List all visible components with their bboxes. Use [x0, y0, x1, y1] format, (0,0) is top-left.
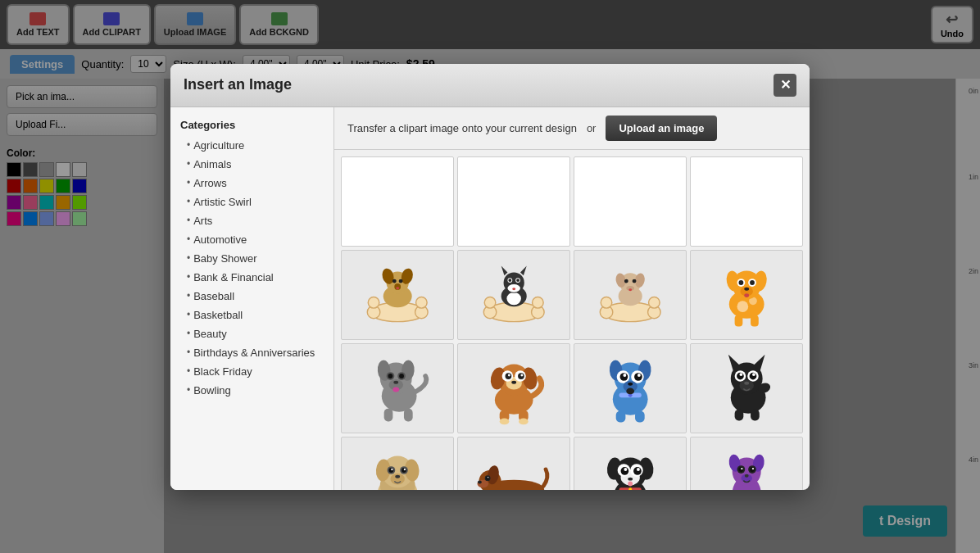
clipart-item-13[interactable]	[457, 437, 570, 490]
clipart-item-5[interactable]	[457, 250, 570, 340]
clipart-item-14[interactable]	[574, 437, 687, 490]
svg-rect-117	[751, 410, 760, 421]
category-arrows[interactable]: Arrows	[170, 174, 333, 193]
svg-point-54	[744, 293, 749, 297]
clipart-item-9[interactable]	[457, 343, 570, 433]
svg-rect-116	[734, 410, 743, 421]
modal-close-button[interactable]: ✕	[774, 74, 796, 97]
svg-point-84	[499, 418, 509, 424]
dog-svg-yorkie-bone	[347, 255, 447, 334]
svg-rect-55	[734, 315, 742, 327]
svg-point-85	[519, 418, 529, 424]
dog-svg-puppy-bone	[580, 255, 680, 334]
svg-point-129	[404, 469, 406, 470]
category-black-friday[interactable]: Black Friday	[170, 362, 333, 381]
clipart-item-10[interactable]	[574, 343, 687, 433]
clipart-item-1[interactable]	[457, 156, 570, 247]
category-agriculture[interactable]: Agriculture	[170, 136, 333, 155]
clipart-item-8[interactable]	[341, 343, 454, 433]
category-baseball[interactable]: Baseball	[170, 287, 333, 306]
svg-rect-102	[635, 411, 645, 423]
svg-point-10	[398, 279, 402, 283]
svg-point-43	[737, 301, 748, 312]
clipart-item-11[interactable]	[690, 343, 803, 433]
dog-svg-gray-standing	[347, 348, 447, 428]
svg-point-100	[626, 388, 634, 395]
modal-content-area: Transfer a clipart image onto your curre…	[334, 107, 810, 490]
svg-point-16	[484, 297, 496, 308]
clipart-item-3[interactable]	[690, 156, 803, 247]
svg-rect-56	[751, 315, 759, 327]
category-bank-financial[interactable]: Bank & Financial	[170, 268, 333, 287]
svg-point-39	[632, 279, 636, 283]
svg-point-95	[637, 374, 641, 377]
svg-point-140	[488, 477, 489, 478]
clipart-item-0[interactable]	[341, 156, 454, 247]
modal-overlay: Insert an Image ✕ Categories Agriculture…	[0, 0, 980, 553]
modal-title: Insert an Image	[184, 76, 292, 93]
image-grid	[341, 156, 803, 490]
dog-svg-blue-cartoon	[580, 348, 680, 428]
svg-point-32	[601, 297, 612, 308]
clipart-item-2[interactable]	[574, 156, 687, 247]
content-header: Transfer a clipart image onto your curre…	[334, 107, 810, 150]
svg-point-128	[391, 469, 392, 470]
clipart-item-6[interactable]	[574, 250, 687, 340]
svg-point-157	[637, 468, 640, 471]
modal-header: Insert an Image ✕	[170, 64, 810, 107]
svg-point-99	[628, 383, 633, 386]
clipart-item-12[interactable]	[341, 437, 454, 490]
svg-point-114	[744, 382, 749, 385]
svg-point-12	[396, 287, 399, 289]
svg-point-174	[752, 468, 754, 469]
dog-svg-orange-spotted	[696, 255, 796, 334]
categories-header: Categories	[170, 114, 333, 136]
bg-editor: Add TEXT Add CLIPART Upload IMAGE Add BC…	[0, 0, 980, 553]
category-beauty[interactable]: Beauty	[170, 324, 333, 343]
category-artistic-swirl[interactable]: Artistic Swirl	[170, 193, 333, 211]
svg-point-3	[368, 297, 379, 308]
svg-point-80	[520, 374, 523, 376]
svg-point-38	[624, 279, 628, 283]
svg-point-67	[392, 388, 399, 392]
svg-marker-23	[520, 266, 527, 276]
category-arts[interactable]: Arts	[170, 211, 333, 230]
svg-point-112	[752, 373, 755, 376]
category-basketball[interactable]: Basketball	[170, 306, 333, 324]
svg-point-19	[506, 292, 520, 306]
svg-point-161	[628, 478, 633, 481]
svg-rect-69	[404, 409, 413, 422]
insert-image-modal: Insert an Image ✕ Categories Agriculture…	[170, 64, 810, 490]
category-sidebar: Categories Agriculture Animals Arrows Ar…	[170, 107, 334, 490]
svg-point-27	[516, 279, 519, 282]
modal-body: Categories Agriculture Animals Arrows Ar…	[170, 107, 810, 490]
svg-point-64	[399, 374, 404, 378]
category-list: Agriculture Animals Arrows Artistic Swir…	[170, 136, 333, 400]
svg-point-63	[388, 374, 392, 378]
svg-point-66	[393, 381, 398, 384]
dog-svg-beige-fluffy	[347, 442, 447, 490]
svg-point-126	[388, 468, 393, 473]
svg-rect-68	[383, 409, 392, 422]
category-animals[interactable]: Animals	[170, 155, 333, 174]
dog-svg-purple-cartoon	[696, 442, 796, 490]
category-baby-shower[interactable]: Baby Shower	[170, 249, 333, 268]
clipart-item-7[interactable]	[690, 250, 803, 340]
svg-point-111	[739, 373, 742, 376]
upload-image-button[interactable]: Upload an image	[606, 116, 717, 141]
svg-point-94	[623, 374, 626, 377]
svg-point-172	[750, 467, 755, 472]
clipart-item-15[interactable]	[690, 437, 803, 490]
clipart-item-4[interactable]	[341, 250, 454, 340]
svg-point-79	[508, 374, 510, 376]
svg-point-51	[750, 280, 755, 285]
category-birthdays-anniversaries[interactable]: Birthdays & Anniversaries	[170, 343, 333, 362]
svg-point-33	[648, 297, 660, 308]
category-automotive[interactable]: Automotive	[170, 230, 333, 249]
svg-point-4	[415, 297, 427, 308]
svg-point-171	[738, 467, 743, 472]
dog-svg-dachshund	[464, 442, 564, 490]
svg-point-28	[512, 288, 515, 290]
svg-point-9	[392, 279, 397, 283]
category-bowling[interactable]: Bowling	[170, 381, 333, 400]
